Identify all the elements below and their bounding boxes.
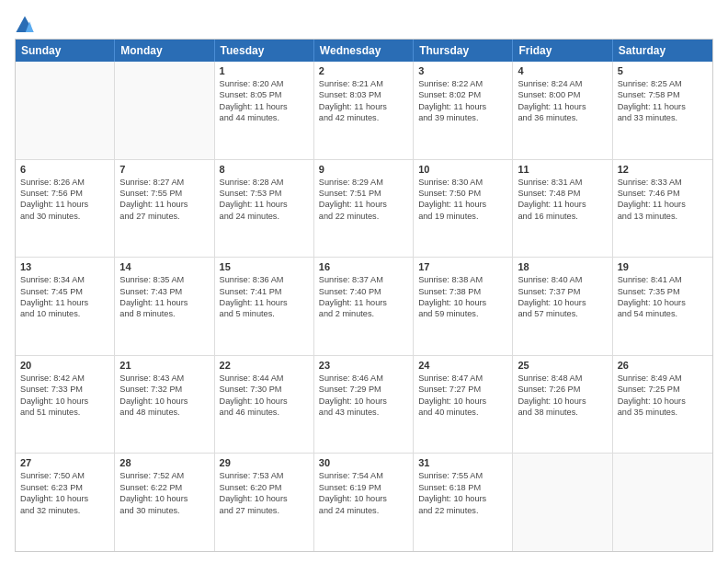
cell-line: Sunrise: 8:31 AM bbox=[518, 177, 607, 188]
cell-line: and 40 minutes. bbox=[418, 407, 507, 418]
cell-line: Sunset: 7:33 PM bbox=[20, 384, 109, 395]
cell-line: Sunrise: 8:22 AM bbox=[418, 78, 507, 89]
day-cell-5: 5Sunrise: 8:25 AMSunset: 7:58 PMDaylight… bbox=[613, 62, 712, 159]
cell-line: Daylight: 10 hours bbox=[119, 493, 209, 504]
cell-line: Daylight: 10 hours bbox=[220, 493, 309, 504]
day-number: 15 bbox=[220, 261, 309, 272]
day-cell-10: 10Sunrise: 8:30 AMSunset: 7:50 PMDayligh… bbox=[414, 160, 513, 258]
cell-line: Sunrise: 8:49 AM bbox=[618, 373, 708, 384]
empty-cell bbox=[16, 62, 115, 159]
cell-line: and 19 minutes. bbox=[418, 211, 507, 222]
day-number: 2 bbox=[319, 65, 408, 76]
day-cell-28: 28Sunrise: 7:52 AMSunset: 6:22 PMDayligh… bbox=[115, 454, 214, 551]
cell-line: Sunrise: 7:53 AM bbox=[220, 470, 309, 481]
cell-line: Daylight: 10 hours bbox=[319, 493, 408, 504]
cell-line: Sunrise: 8:46 AM bbox=[319, 373, 408, 384]
day-number: 18 bbox=[518, 261, 607, 272]
cell-line: Sunrise: 8:42 AM bbox=[20, 373, 109, 384]
day-cell-18: 18Sunrise: 8:40 AMSunset: 7:37 PMDayligh… bbox=[513, 258, 612, 355]
cell-line: Sunrise: 8:28 AM bbox=[220, 177, 309, 188]
calendar: SundayMondayTuesdayWednesdayThursdayFrid… bbox=[15, 39, 713, 552]
day-number: 9 bbox=[319, 164, 408, 175]
cell-line: Sunrise: 8:33 AM bbox=[618, 177, 708, 188]
cell-line: and 30 minutes. bbox=[119, 505, 209, 516]
calendar-header: SundayMondayTuesdayWednesdayThursdayFrid… bbox=[16, 40, 712, 62]
header-day-monday: Monday bbox=[115, 40, 214, 62]
day-number: 23 bbox=[319, 360, 408, 371]
day-number: 3 bbox=[418, 65, 507, 76]
cell-line: Sunset: 7:38 PM bbox=[418, 286, 507, 297]
cell-line: Sunrise: 8:29 AM bbox=[319, 177, 408, 188]
day-cell-26: 26Sunrise: 8:49 AMSunset: 7:25 PMDayligh… bbox=[613, 356, 712, 454]
cell-line: Daylight: 10 hours bbox=[220, 396, 309, 407]
cell-line: Daylight: 11 hours bbox=[220, 297, 309, 308]
cell-line: Daylight: 10 hours bbox=[20, 396, 109, 407]
calendar-row-5: 27Sunrise: 7:50 AMSunset: 6:23 PMDayligh… bbox=[16, 454, 712, 551]
cell-line: and 30 minutes. bbox=[20, 211, 109, 222]
cell-line: Sunset: 7:45 PM bbox=[20, 286, 109, 297]
cell-line: Daylight: 11 hours bbox=[20, 199, 109, 210]
day-number: 20 bbox=[20, 360, 109, 371]
day-cell-25: 25Sunrise: 8:48 AMSunset: 7:26 PMDayligh… bbox=[513, 356, 612, 454]
cell-line: Sunset: 7:37 PM bbox=[518, 286, 607, 297]
day-number: 26 bbox=[618, 360, 708, 371]
cell-line: Sunset: 8:05 PM bbox=[220, 89, 309, 100]
cell-line: Sunrise: 8:20 AM bbox=[220, 78, 309, 89]
cell-line: Sunrise: 8:34 AM bbox=[20, 274, 109, 285]
cell-line: Daylight: 10 hours bbox=[418, 493, 507, 504]
cell-line: Sunrise: 8:27 AM bbox=[119, 177, 209, 188]
cell-line: Sunset: 7:35 PM bbox=[618, 286, 708, 297]
day-number: 21 bbox=[119, 360, 209, 371]
cell-line: Sunset: 7:25 PM bbox=[618, 384, 708, 395]
cell-line: Daylight: 11 hours bbox=[319, 199, 408, 210]
cell-line: Sunrise: 8:40 AM bbox=[518, 274, 607, 285]
header bbox=[15, 11, 713, 35]
cell-line: Sunset: 7:55 PM bbox=[119, 188, 209, 199]
empty-cell bbox=[613, 454, 712, 551]
day-number: 29 bbox=[220, 457, 309, 468]
day-cell-14: 14Sunrise: 8:35 AMSunset: 7:43 PMDayligh… bbox=[115, 258, 214, 355]
day-cell-2: 2Sunrise: 8:21 AMSunset: 8:03 PMDaylight… bbox=[314, 62, 414, 159]
cell-line: and 51 minutes. bbox=[20, 407, 109, 418]
cell-line: Sunset: 7:46 PM bbox=[618, 188, 708, 199]
day-number: 16 bbox=[319, 261, 408, 272]
empty-cell bbox=[115, 62, 214, 159]
day-number: 24 bbox=[418, 360, 507, 371]
cell-line: and 24 minutes. bbox=[319, 505, 408, 516]
header-day-wednesday: Wednesday bbox=[314, 40, 414, 62]
cell-line: Sunset: 8:00 PM bbox=[518, 89, 607, 100]
cell-line: Sunset: 7:32 PM bbox=[119, 384, 209, 395]
cell-line: Daylight: 10 hours bbox=[319, 396, 408, 407]
cell-line: Sunrise: 8:21 AM bbox=[319, 78, 408, 89]
day-cell-17: 17Sunrise: 8:38 AMSunset: 7:38 PMDayligh… bbox=[414, 258, 513, 355]
header-day-thursday: Thursday bbox=[414, 40, 513, 62]
cell-line: Sunrise: 7:50 AM bbox=[20, 470, 109, 481]
cell-line: Daylight: 11 hours bbox=[319, 297, 408, 308]
day-number: 28 bbox=[119, 457, 209, 468]
cell-line: Sunrise: 7:54 AM bbox=[319, 470, 408, 481]
calendar-row-4: 20Sunrise: 8:42 AMSunset: 7:33 PMDayligh… bbox=[16, 356, 712, 454]
day-number: 6 bbox=[20, 164, 109, 175]
calendar-row-2: 6Sunrise: 8:26 AMSunset: 7:56 PMDaylight… bbox=[16, 160, 712, 259]
day-cell-9: 9Sunrise: 8:29 AMSunset: 7:51 PMDaylight… bbox=[314, 160, 414, 258]
calendar-body: 1Sunrise: 8:20 AMSunset: 8:05 PMDaylight… bbox=[16, 62, 712, 551]
cell-line: Sunset: 7:27 PM bbox=[418, 384, 507, 395]
cell-line: and 27 minutes. bbox=[119, 211, 209, 222]
cell-line: and 59 minutes. bbox=[418, 308, 507, 319]
day-number: 31 bbox=[418, 457, 507, 468]
cell-line: Sunset: 7:50 PM bbox=[418, 188, 507, 199]
day-number: 5 bbox=[618, 65, 708, 76]
cell-line: and 54 minutes. bbox=[618, 308, 708, 319]
header-day-saturday: Saturday bbox=[613, 40, 712, 62]
page: SundayMondayTuesdayWednesdayThursdayFrid… bbox=[0, 0, 728, 563]
cell-line: and 46 minutes. bbox=[220, 407, 309, 418]
cell-line: Daylight: 10 hours bbox=[618, 297, 708, 308]
day-cell-16: 16Sunrise: 8:37 AMSunset: 7:40 PMDayligh… bbox=[314, 258, 414, 355]
cell-line: Sunset: 8:02 PM bbox=[418, 89, 507, 100]
cell-line: Daylight: 11 hours bbox=[119, 199, 209, 210]
cell-line: Daylight: 11 hours bbox=[518, 101, 607, 112]
cell-line: Sunrise: 8:48 AM bbox=[518, 373, 607, 384]
day-number: 13 bbox=[20, 261, 109, 272]
cell-line: and 32 minutes. bbox=[20, 505, 109, 516]
cell-line: Daylight: 10 hours bbox=[418, 297, 507, 308]
